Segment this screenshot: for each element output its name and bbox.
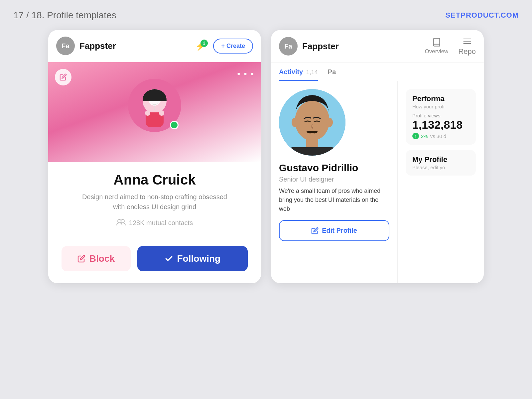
user-name: Anna Cruick <box>113 172 196 188</box>
edit-profile-button[interactable]: Edit Profile <box>279 220 389 241</box>
notification-badge: 2 <box>200 40 208 47</box>
following-label: Following <box>177 253 221 264</box>
nav-more[interactable]: Repo <box>458 37 476 56</box>
contacts-icon <box>116 218 126 228</box>
svg-rect-13 <box>289 147 335 156</box>
performance-subtitle: How your profi <box>412 104 469 109</box>
nav-overview-label: Overview <box>425 48 449 55</box>
performance-title: Performa <box>412 94 469 103</box>
right-app-name: Fappster <box>302 41 420 52</box>
svg-rect-12 <box>306 138 318 148</box>
profile-avatar-wrapper <box>128 79 181 132</box>
svg-point-4 <box>159 110 164 116</box>
svg-point-6 <box>121 219 124 223</box>
top-bar: 17 / 18. Profile templates SETPRODUCT.CO… <box>13 10 519 21</box>
change-percent: 2% <box>421 133 428 139</box>
right-user-bio: We're a small team of pros who aimed bri… <box>279 187 389 213</box>
right-user-title: Senior UI designer <box>279 176 389 183</box>
notification-button[interactable]: ⚡ 2 <box>195 41 206 51</box>
svg-point-11 <box>295 101 330 141</box>
following-button[interactable]: Following <box>137 246 248 271</box>
left-profile-card: Fa Fappster ⚡ 2 + Create • • • <box>48 30 261 283</box>
user-profile-section <box>279 89 389 156</box>
tab-activity-count: 1,14 <box>306 69 318 75</box>
performance-change: ↑ 2% vs 30 d <box>412 133 469 139</box>
tab-activity[interactable]: Activity 1,14 <box>279 63 318 81</box>
create-button[interactable]: + Create <box>213 39 253 54</box>
views-label: Profile views <box>412 113 469 118</box>
block-label: Block <box>89 253 115 264</box>
cards-container: Fa Fappster ⚡ 2 + Create • • • <box>13 30 519 283</box>
right-profile-card: Fa Fappster Overview Repo <box>271 30 484 283</box>
header-nav: Overview Repo <box>425 37 476 56</box>
right-user-name: Gustavo Pidrillio <box>279 162 389 174</box>
tab-pa-label: Pa <box>328 68 336 75</box>
right-profile-image <box>279 89 345 156</box>
svg-point-3 <box>145 110 150 116</box>
performance-card: Performa How your profi Profile views 1,… <box>406 89 476 145</box>
svg-point-14 <box>292 118 298 127</box>
svg-point-5 <box>118 219 121 223</box>
up-arrow-icon: ↑ <box>412 133 419 139</box>
my-profile-subtitle: Please, edit yo <box>412 165 469 170</box>
online-status-dot <box>170 121 179 129</box>
my-profile-card: My Profile Please, edit yo <box>406 150 476 176</box>
tab-pa[interactable]: Pa <box>328 63 336 81</box>
user-name-section: Gustavo Pidrillio Senior UI designer We'… <box>279 162 389 213</box>
profile-info: Anna Cruick Design nerd aimed to non-sto… <box>48 162 261 238</box>
mutual-contacts: 128K mutual contacts <box>116 218 193 228</box>
app-name: Fappster <box>79 41 191 51</box>
edit-hero-button[interactable] <box>55 69 71 85</box>
avatar: Fa <box>56 37 75 55</box>
tabs-bar: Activity 1,14 Pa <box>271 63 484 81</box>
right-card-header: Fa Fappster Overview Repo <box>271 30 484 63</box>
block-button[interactable]: Block <box>62 246 131 271</box>
more-options-button[interactable]: • • • <box>237 69 254 79</box>
nav-more-label: Repo <box>458 47 476 56</box>
action-buttons: Block Following <box>48 238 261 283</box>
my-profile-title: My Profile <box>412 155 469 164</box>
slide-title: 17 / 18. Profile templates <box>13 10 116 21</box>
nav-overview[interactable]: Overview <box>425 38 449 55</box>
left-card-header: Fa Fappster ⚡ 2 + Create <box>48 30 261 62</box>
views-count: 1,132,818 <box>412 118 469 131</box>
tab-activity-label: Activity <box>279 68 303 75</box>
right-avatar: Fa <box>279 37 298 56</box>
brand-label: SETPRODUCT.COM <box>445 11 519 20</box>
mutual-count: 128K mutual contacts <box>129 219 193 227</box>
user-bio: Design nerd aimed to non-stop crafting o… <box>78 192 231 212</box>
change-period: vs 30 d <box>430 133 446 139</box>
svg-point-15 <box>326 118 333 127</box>
profile-hero: • • • <box>48 62 261 162</box>
edit-profile-label: Edit Profile <box>322 227 357 234</box>
